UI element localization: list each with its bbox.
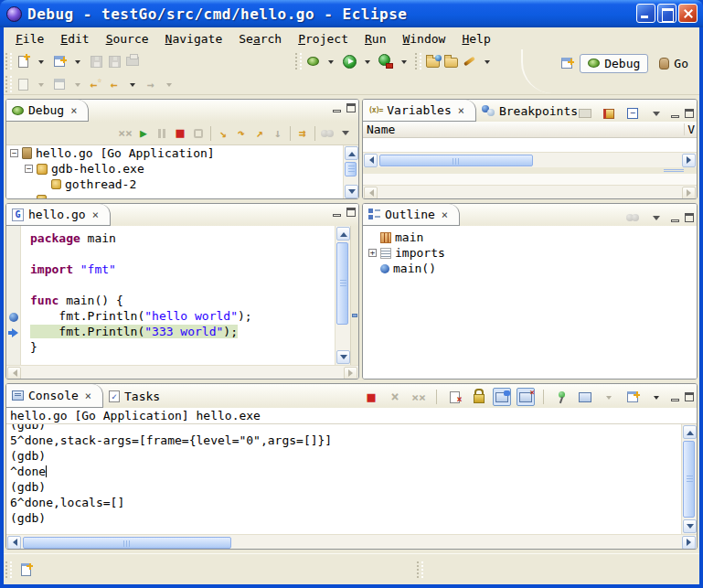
show-stderr-button[interactable]: ×: [517, 388, 535, 406]
new-wizard-button[interactable]: [14, 51, 32, 71]
code-line[interactable]: fmt.Println("333 world");: [21, 325, 335, 340]
ruler-row[interactable]: [6, 309, 20, 325]
console-vscrollbar[interactable]: [681, 424, 697, 534]
console-output[interactable]: (gdb)5^done,stack-args=[frame={level="0"…: [6, 424, 697, 534]
tab-console[interactable]: Console ×: [6, 384, 103, 408]
tab-debug[interactable]: Debug ×: [6, 100, 89, 122]
tab-close-icon[interactable]: ×: [85, 390, 91, 402]
column-name[interactable]: Name: [367, 123, 693, 136]
tab-close-icon[interactable]: ×: [442, 208, 448, 221]
tab-outline[interactable]: Outline ×: [363, 204, 460, 226]
add-variable-button[interactable]: [600, 103, 618, 123]
console-hscrollbar[interactable]: [6, 534, 697, 550]
title-bar[interactable]: Debug - testGo/src/cmd/hello.go - Eclips…: [0, 0, 703, 27]
scroll-left-button[interactable]: [364, 154, 378, 167]
view-maximize-button[interactable]: [346, 208, 356, 217]
tree-row[interactable]: gothread-2: [6, 176, 358, 192]
display-selected-console-button[interactable]: [576, 388, 594, 406]
view-maximize-button[interactable]: [685, 109, 694, 118]
mark-occurrences-dropdown[interactable]: [478, 51, 496, 71]
variables-content[interactable]: [363, 138, 697, 152]
resume-button[interactable]: ▶: [134, 124, 153, 143]
code-line[interactable]: [21, 278, 335, 294]
view-minimize-button[interactable]: [671, 219, 679, 222]
open-console-dropdown[interactable]: [647, 387, 666, 407]
current-line-marker[interactable]: [352, 314, 357, 317]
variables-view-menu-button[interactable]: [647, 103, 666, 123]
column-value[interactable]: V: [687, 123, 695, 136]
use-step-filters-button[interactable]: ⇉: [293, 124, 312, 143]
view-minimize-button[interactable]: [333, 110, 341, 112]
ruler-row[interactable]: [6, 231, 20, 247]
back-button[interactable]: ←: [105, 74, 123, 94]
menu-run[interactable]: Run: [357, 29, 394, 48]
tab-close-icon[interactable]: ×: [92, 208, 99, 221]
terminate-button[interactable]: ■: [362, 388, 380, 406]
debug-dropdown[interactable]: [322, 51, 340, 71]
menu-source[interactable]: Source: [98, 29, 157, 48]
tab-breakpoints[interactable]: Breakpoints: [476, 100, 589, 122]
maximize-button[interactable]: [657, 4, 676, 23]
step-over-button[interactable]: ↷: [232, 124, 250, 143]
scroll-down-button[interactable]: [336, 350, 350, 364]
scroll-thumb[interactable]: [683, 441, 695, 518]
menu-project[interactable]: Project: [290, 29, 357, 48]
external-tools-button[interactable]: [377, 51, 395, 71]
code-line[interactable]: }: [21, 340, 335, 356]
tree-row[interactable]: [6, 192, 358, 199]
scroll-up-button[interactable]: [336, 227, 350, 241]
code-line[interactable]: [21, 247, 335, 262]
perspective-debug-button[interactable]: Debug: [580, 54, 648, 73]
variables-column-header[interactable]: Name V: [363, 122, 697, 138]
menu-file[interactable]: File: [7, 29, 52, 48]
tree-expander[interactable]: −: [10, 149, 18, 157]
scroll-thumb[interactable]: [23, 537, 231, 549]
new-table-dropdown[interactable]: [69, 51, 87, 71]
step-return-button[interactable]: ↗: [250, 124, 269, 143]
ruler-row[interactable]: [6, 294, 20, 309]
scroll-right-button[interactable]: [682, 154, 696, 167]
terminate-button[interactable]: ■: [171, 124, 189, 143]
tree-expander[interactable]: −: [25, 165, 33, 173]
menu-search[interactable]: Search: [230, 29, 290, 48]
tree-row[interactable]: −hello.go [Go Application]: [6, 145, 358, 161]
open-resource-button[interactable]: [423, 51, 442, 71]
run-dropdown[interactable]: [358, 51, 377, 71]
pin-console-button[interactable]: [552, 388, 570, 406]
debug-view-menu-button[interactable]: [336, 124, 355, 143]
scroll-down-button[interactable]: [683, 519, 697, 533]
code-area[interactable]: package mainimport "fmt"func main() { fm…: [21, 226, 335, 365]
scroll-lock-button[interactable]: [469, 388, 487, 406]
external-tools-dropdown[interactable]: [395, 51, 413, 71]
new-wizard-dropdown[interactable]: [32, 51, 50, 71]
ruler-row[interactable]: [6, 340, 20, 356]
overview-ruler[interactable]: [350, 226, 358, 365]
menu-edit[interactable]: Edit: [52, 29, 97, 48]
scroll-down-button[interactable]: [345, 185, 358, 198]
variables-hscrollbar[interactable]: [363, 152, 697, 167]
scroll-left-button[interactable]: [7, 536, 21, 550]
tab-tasks[interactable]: ✓ Tasks: [103, 384, 171, 408]
view-maximize-button[interactable]: [685, 392, 694, 401]
outline-item[interactable]: main(): [363, 261, 697, 276]
scroll-up-button[interactable]: [345, 146, 358, 160]
scroll-thumb[interactable]: [336, 242, 348, 325]
menu-window[interactable]: Window: [394, 29, 453, 48]
open-perspective-button[interactable]: [558, 53, 576, 73]
scroll-right-button[interactable]: [682, 536, 696, 550]
code-line[interactable]: func main() {: [21, 294, 335, 309]
ruler-row[interactable]: [6, 262, 20, 278]
perspective-go-button[interactable]: Go: [652, 55, 696, 72]
step-into-button[interactable]: ↘: [214, 124, 232, 143]
last-edit-location-button[interactable]: ←☆: [87, 74, 105, 94]
tab-variables[interactable]: (x)= Variables ×: [363, 100, 476, 122]
variables-detail-pane[interactable]: [363, 174, 697, 199]
view-minimize-button[interactable]: [671, 115, 679, 118]
view-minimize-button[interactable]: [671, 399, 679, 401]
mark-occurrences-button[interactable]: [460, 51, 478, 71]
scroll-thumb[interactable]: [345, 162, 357, 176]
clear-console-button[interactable]: ×: [445, 388, 463, 406]
tab-hello-go[interactable]: G hello.go ×: [6, 204, 111, 226]
outline-item[interactable]: +imports: [363, 245, 697, 261]
breakpoint-icon[interactable]: [9, 313, 18, 322]
